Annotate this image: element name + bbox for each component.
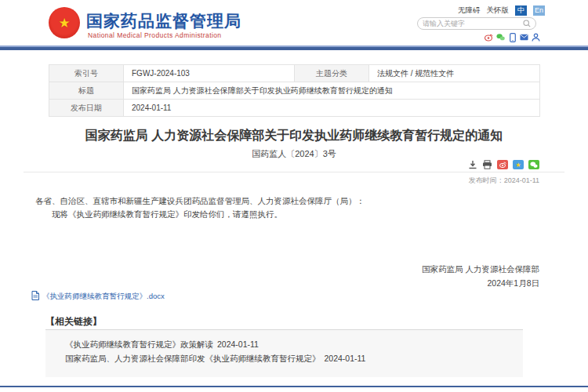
publish-time: 发布时间：2024-01-11 bbox=[469, 176, 539, 186]
print-icon[interactable] bbox=[482, 160, 492, 169]
table-row: 发布日期 2024-01-11 bbox=[49, 100, 540, 117]
article-toolbar: ★ bbox=[468, 160, 539, 169]
related-link-item[interactable]: 国家药监局、人力资源社会保障部印发《执业药师继续教育暂行规定》2024-01-1… bbox=[65, 354, 365, 365]
nmpa-page: ★ 国家药品监督管理局 National Medical Products Ad… bbox=[0, 0, 588, 392]
mobile-icon[interactable] bbox=[508, 33, 517, 42]
site-subtitle: National Medical Products Administration bbox=[88, 31, 222, 39]
table-row: 标题 国家药监局 人力资源社会保障部关于印发执业药师继续教育暂行规定的通知 bbox=[49, 82, 540, 100]
title-value: 国家药监局 人力资源社会保障部关于印发执业药师继续教育暂行规定的通知 bbox=[124, 82, 540, 100]
emblem-star-icon: ★ bbox=[58, 16, 70, 30]
share-wechat-icon[interactable] bbox=[528, 160, 539, 169]
document-meta-table: 索引号 FGWJ-2024-103 主题分类 法规文件 / 规范性文件 标题 国… bbox=[49, 64, 540, 117]
user-icon[interactable] bbox=[532, 33, 540, 42]
article-salutation: 各省、自治区、直辖市和新疆生产建设兵团药品监督管理局、人力资源社会保障厅（局）： bbox=[35, 194, 553, 208]
title-label: 标题 bbox=[49, 82, 124, 100]
article-title: 国家药监局 人力资源社会保障部关于印发执业药师继续教育暂行规定的通知 bbox=[35, 128, 553, 144]
category-label: 主题分类 bbox=[295, 65, 369, 82]
share-qzone-icon[interactable]: ★ bbox=[513, 160, 524, 169]
search-box[interactable] bbox=[417, 17, 536, 30]
header-divider-bar bbox=[0, 45, 588, 50]
related-link-text[interactable]: 《执业药师继续教育暂行规定》政策解读 bbox=[65, 339, 213, 349]
attachment-filename[interactable]: 《执业药师继续教育暂行规定》.docx bbox=[42, 292, 165, 302]
care-mode-link[interactable]: 关怀版 bbox=[487, 5, 510, 16]
category-value: 法规文件 / 规范性文件 bbox=[369, 65, 540, 82]
article-sign-date: 2024年1月8日 bbox=[487, 278, 539, 289]
topbar: 无障碍 关怀版 中 En bbox=[458, 5, 545, 16]
email-icon[interactable] bbox=[520, 33, 528, 42]
social-icons-row bbox=[485, 33, 540, 42]
article-body-line: 现将《执业药师继续教育暂行规定》印发给你们，请遵照执行。 bbox=[35, 208, 553, 221]
related-link-date: 2024-01-11 bbox=[325, 354, 366, 363]
accessibility-link[interactable]: 无障碍 bbox=[458, 5, 481, 16]
index-number-label: 索引号 bbox=[49, 65, 124, 82]
download-icon[interactable] bbox=[468, 160, 477, 169]
weibo-icon[interactable] bbox=[485, 33, 493, 42]
related-link-date: 2024-01-11 bbox=[217, 339, 259, 349]
doc-file-icon bbox=[31, 289, 39, 303]
search-icon[interactable] bbox=[523, 20, 531, 27]
attachment-link[interactable]: 《执业药师继续教育暂行规定》.docx bbox=[31, 289, 165, 303]
share-weibo-icon[interactable] bbox=[497, 160, 508, 169]
publish-date-value: 2024-01-11 bbox=[124, 100, 540, 117]
related-link-text[interactable]: 国家药监局、人力资源社会保障部印发《执业药师继续教育暂行规定》 bbox=[65, 354, 321, 363]
publish-date-label: 发布日期 bbox=[49, 100, 124, 117]
search-input[interactable] bbox=[423, 20, 523, 27]
national-emblem-logo: ★ bbox=[49, 7, 80, 38]
article-signature: 国家药监局 人力资源社会保障部 bbox=[422, 264, 539, 275]
footer-top-border bbox=[0, 386, 588, 387]
related-link-item[interactable]: 《执业药师继续教育暂行规定》政策解读2024-01-11 bbox=[65, 339, 259, 350]
site-header: ★ 国家药品监督管理局 National Medical Products Ad… bbox=[0, 0, 588, 45]
table-row: 索引号 FGWJ-2024-103 主题分类 法规文件 / 规范性文件 bbox=[49, 65, 540, 82]
index-number-value: FGWJ-2024-103 bbox=[124, 65, 295, 82]
lang-zh-button[interactable]: 中 bbox=[515, 5, 527, 16]
document-number: 国药监人〔2024〕3号 bbox=[35, 148, 553, 160]
toolbar-divider bbox=[24, 172, 564, 172]
related-links-heading: 【相关链接】 bbox=[45, 315, 102, 328]
wechat-icon[interactable] bbox=[496, 33, 505, 42]
lang-en-button[interactable]: En bbox=[533, 5, 545, 16]
site-title: 国家药品监督管理局 bbox=[86, 10, 241, 32]
